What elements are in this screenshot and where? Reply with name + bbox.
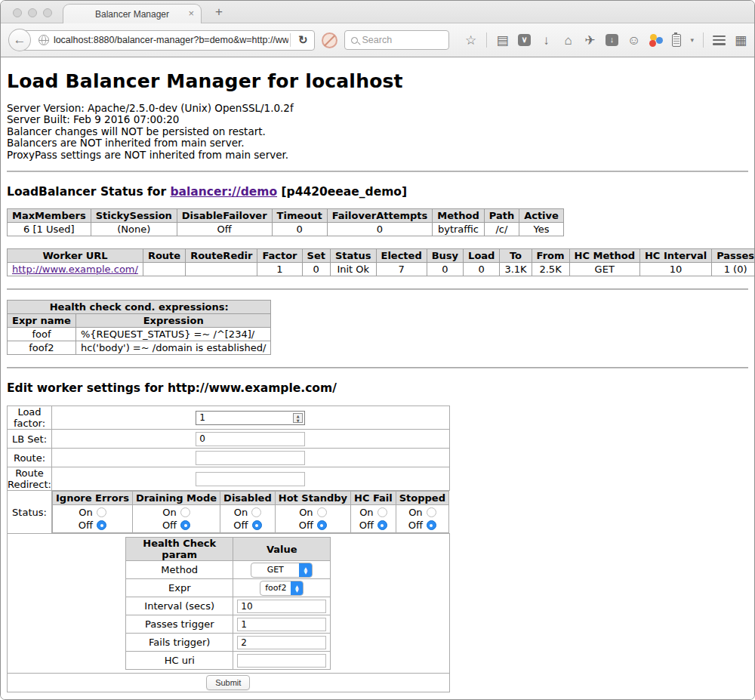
cell (186, 263, 257, 276)
column-header: FailoverAttempts (327, 209, 433, 223)
cell: 10 (639, 263, 711, 276)
cell: 3.1K (500, 263, 532, 276)
smiley-extension-icon[interactable]: ☺ (627, 34, 640, 47)
column-header: DisableFailover (177, 209, 272, 223)
radio-stopped-on[interactable] (427, 507, 436, 517)
page-content: Load Balancer Manager for localhost Serv… (1, 57, 754, 700)
selected-value: foof2 (260, 581, 291, 595)
load-factor-input[interactable] (196, 411, 305, 425)
passes-trigger-input[interactable] (237, 618, 326, 631)
table-header-row: Health Check param Value (126, 538, 331, 561)
bookmark-star-icon[interactable]: ☆ (464, 34, 477, 47)
bookmarks-menu-icon[interactable]: ▤ (496, 34, 509, 47)
chevron-down-icon[interactable]: ▾ (690, 36, 694, 44)
radio-hc-fail-on[interactable] (378, 507, 387, 517)
submit-button[interactable]: Submit (206, 675, 250, 690)
new-tab-button[interactable]: + (211, 5, 227, 20)
zoom-window-button[interactable] (43, 8, 52, 17)
search-placeholder: Search (362, 35, 393, 45)
column-header: Path (484, 209, 519, 223)
column-header: HC Fail (351, 492, 396, 505)
hc-uri-input[interactable] (237, 654, 326, 668)
column-header: Status (330, 249, 376, 263)
status-row: Status: Ignore Errors Draining Mode Disa… (8, 491, 450, 534)
radio-hot-standby-off[interactable] (317, 520, 327, 530)
pocket-icon[interactable]: ∨ (518, 34, 531, 46)
back-arrow-icon: ← (13, 32, 26, 48)
cell: Init Ok (330, 263, 376, 276)
cell: Off (177, 223, 272, 236)
hc-row: Fails trigger) (126, 634, 331, 652)
param-label: Passes trigger (126, 615, 233, 634)
radio-label: Off (79, 519, 93, 532)
url-bar[interactable]: localhost:8880/balancer-manager?b=demo&w… (20, 30, 315, 51)
param-label: HC uri (126, 652, 233, 670)
balancer-link[interactable]: balancer://demo (170, 185, 277, 199)
content-blocked-icon[interactable] (322, 32, 337, 48)
field-label: Load factor: (8, 406, 52, 430)
tiles-icon[interactable]: ▦ (735, 32, 747, 48)
downloads-icon[interactable]: ↓ (540, 34, 553, 47)
interval-input[interactable] (237, 600, 326, 613)
route-redirect-input[interactable] (196, 472, 305, 486)
colored-dots-extension-icon[interactable] (649, 34, 663, 47)
radio-draining-mode-off[interactable] (180, 520, 190, 530)
menu-icon[interactable] (713, 35, 726, 45)
traffic-lights (13, 8, 52, 17)
column-header: Ignore Errors (53, 492, 133, 505)
search-input[interactable]: Search (344, 30, 450, 50)
radio-label: Off (162, 519, 177, 532)
info-line: ProxyPass settings are NOT inherited fro… (7, 150, 748, 161)
url-text[interactable]: localhost:8880/balancer-manager?b=demo&w… (54, 35, 288, 45)
reload-icon[interactable]: ↻ (292, 33, 314, 47)
radio-label: On (299, 506, 313, 519)
radio-draining-mode-on[interactable] (180, 507, 190, 517)
column-header: Worker URL (8, 249, 143, 263)
column-header: Active (519, 209, 564, 223)
close-window-button[interactable] (13, 8, 22, 17)
worker-url-link[interactable]: http://www.example.com/ (12, 264, 138, 275)
field-label: LB Set: (8, 430, 52, 449)
radio-ignore-errors-on[interactable] (97, 507, 106, 517)
radio-hc-fail-off[interactable] (378, 520, 387, 530)
column-header: Health Check param (126, 538, 233, 561)
route-input[interactable] (196, 451, 305, 465)
radio-disabled-off[interactable] (252, 520, 262, 530)
send-to-device-icon[interactable]: ✈ (584, 34, 596, 47)
navigation-toolbar: ← localhost:8880/balancer-manager?b=demo… (1, 23, 754, 57)
tab-balancer-manager[interactable]: Balancer Manager × (63, 4, 202, 23)
radio-hot-standby-on[interactable] (317, 507, 327, 517)
method-select[interactable]: GET▲▼ (251, 563, 313, 578)
fails-trigger-input[interactable] (237, 636, 326, 649)
column-header: Passes (712, 249, 754, 263)
cell: GET (569, 263, 639, 276)
back-button[interactable]: ← (8, 29, 31, 51)
home-icon[interactable]: ⌂ (562, 34, 575, 47)
status-label: Status: (8, 491, 52, 534)
globe-icon (39, 35, 49, 45)
radio-label: Off (408, 519, 423, 532)
hc-row: Expr foof2▲▼ (126, 579, 331, 597)
tab-close-icon[interactable]: × (188, 8, 194, 19)
column-header: Timeout (272, 209, 327, 223)
column-header: Disabled (220, 492, 276, 505)
radio-label: On (79, 506, 92, 519)
column-header: MaxMembers (8, 209, 91, 223)
column-header: Load (464, 249, 500, 263)
radio-disabled-on[interactable] (251, 507, 261, 517)
server-version-line: Server Version: Apache/2.5.0-dev (Unix) … (7, 103, 748, 114)
worker-row: http://www.example.com/ 1 0 Init Ok 7 0 … (8, 263, 755, 276)
expr-name: foof2 (8, 341, 76, 355)
lb-set-input[interactable] (196, 432, 305, 446)
panel-download-icon[interactable]: ↓ (606, 34, 618, 46)
param-label: Fails trigger) (126, 634, 233, 652)
radio-stopped-off[interactable] (427, 520, 436, 530)
battery-extension-icon[interactable] (672, 34, 681, 47)
radio-ignore-errors-off[interactable] (97, 520, 106, 530)
hc-row: Method GET▲▼ (126, 561, 331, 579)
expr-select[interactable]: foof2▲▼ (260, 581, 304, 596)
toolbar-separator (703, 32, 704, 48)
param-label: Interval (secs) (126, 597, 233, 615)
number-spinner-icon[interactable]: ▲▼ (293, 413, 303, 423)
minimize-window-button[interactable] (28, 8, 37, 17)
